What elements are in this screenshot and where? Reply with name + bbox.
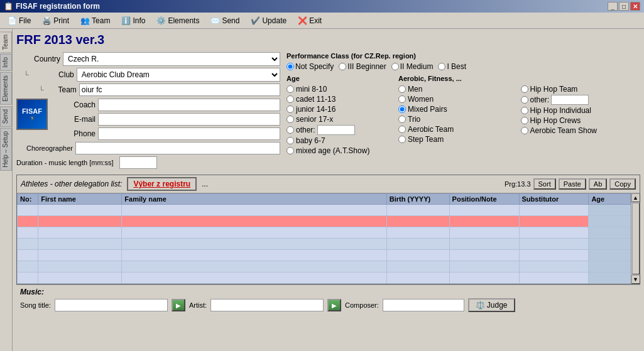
menu-elements[interactable]: ⚙️ Elements — [151, 15, 204, 26]
tab-team[interactable]: Team — [0, 31, 12, 53]
cell-family-0[interactable] — [122, 205, 386, 216]
menu-team[interactable]: 👥 Team — [75, 15, 115, 26]
choreographer-input[interactable] — [75, 142, 280, 154]
pc-not-specify[interactable]: Not Specify — [287, 62, 334, 71]
cell-position-6[interactable] — [449, 273, 519, 284]
menu-update[interactable]: ✔️ Update — [246, 15, 292, 26]
cell-birth-1[interactable] — [386, 216, 449, 227]
duration-input[interactable] — [119, 156, 157, 169]
cell-first-4[interactable] — [38, 250, 122, 261]
cell-sub-1[interactable] — [519, 216, 589, 227]
menu-exit[interactable]: ❌ Exit — [293, 15, 327, 26]
cell-sub-6[interactable] — [519, 273, 589, 284]
cell-no-3[interactable] — [18, 239, 38, 250]
copy-button[interactable]: Copy — [609, 178, 636, 190]
cell-family-2[interactable] — [122, 227, 386, 239]
cell-first-6[interactable] — [38, 273, 122, 284]
pc-not-specify-radio[interactable] — [287, 63, 294, 70]
pc-i-best[interactable]: I Best — [438, 62, 466, 71]
aerobic-team[interactable]: Aerobic Team — [398, 125, 518, 134]
cell-first-3[interactable] — [38, 239, 122, 250]
aerobic-trio[interactable]: Trio — [398, 115, 518, 124]
aerobic-other-radio[interactable] — [521, 96, 528, 104]
cell-position-5[interactable] — [449, 261, 519, 273]
pc-i-best-radio[interactable] — [438, 63, 445, 70]
cell-position-3[interactable] — [449, 239, 519, 250]
cell-first-2[interactable] — [38, 227, 122, 239]
cell-birth-0[interactable] — [386, 205, 449, 216]
country-select[interactable]: Czech R. — [63, 52, 280, 66]
minimize-button[interactable]: _ — [608, 2, 618, 11]
cell-sub-2[interactable] — [519, 227, 589, 239]
menu-info[interactable]: ℹ️ Info — [116, 15, 150, 26]
cell-position-1[interactable] — [449, 216, 519, 227]
cell-position-4[interactable] — [449, 250, 519, 261]
tab-help-setup[interactable]: Help – Setup — [0, 128, 12, 171]
scrollbar[interactable]: ▲ ▼ — [631, 193, 640, 284]
cell-birth-6[interactable] — [386, 273, 449, 284]
close-button[interactable]: ✕ — [630, 2, 640, 11]
cell-first-1[interactable] — [38, 216, 122, 227]
age-cadet[interactable]: cadet 11-13 — [287, 95, 393, 104]
age-junior[interactable]: junior 14-16 — [287, 105, 393, 114]
cell-no-0[interactable] — [18, 205, 38, 216]
cell-birth-5[interactable] — [386, 261, 449, 273]
paste-button[interactable]: Paste — [559, 178, 586, 190]
team-input[interactable] — [79, 84, 280, 96]
ab-button[interactable]: Ab — [589, 178, 607, 190]
cell-no-2[interactable] — [18, 227, 38, 239]
composer-input[interactable] — [383, 299, 464, 311]
cell-family-5[interactable] — [122, 261, 386, 273]
tab-send[interactable]: Send — [0, 106, 12, 127]
judge-button[interactable]: ⚖️ Judge — [468, 298, 515, 312]
cell-no-5[interactable] — [18, 261, 38, 273]
cell-birth-3[interactable] — [386, 239, 449, 250]
cell-sub-0[interactable] — [519, 205, 589, 216]
menu-print[interactable]: 🖨️ Print — [37, 15, 74, 26]
cell-family-3[interactable] — [122, 239, 386, 250]
scroll-down[interactable]: ▼ — [631, 275, 640, 284]
cell-sub-4[interactable] — [519, 250, 589, 261]
menu-send[interactable]: ✉️ Send — [205, 15, 244, 26]
cell-position-2[interactable] — [449, 227, 519, 239]
cell-family-4[interactable] — [122, 250, 386, 261]
age-mixed-age[interactable]: mixed age (A.T.Show) — [287, 146, 393, 155]
cell-birth-4[interactable] — [386, 250, 449, 261]
cell-position-0[interactable] — [449, 205, 519, 216]
aerobic-team-show[interactable]: Aerobic Team Show — [521, 126, 641, 135]
cell-sub-3[interactable] — [519, 239, 589, 250]
age-senior[interactable]: senior 17-x — [287, 115, 393, 124]
email-input[interactable] — [98, 113, 280, 126]
age-mini[interactable]: mini 8-10 — [287, 85, 393, 94]
club-select[interactable]: Aerobic Club Dream — [77, 68, 280, 82]
age-other-radio[interactable] — [287, 126, 294, 134]
aerobic-step-team[interactable]: Step Team — [398, 135, 518, 144]
pc-iii-beginner[interactable]: III Beginner — [339, 62, 386, 71]
aerobic-hip-hop-team[interactable]: Hip Hop Team — [521, 85, 641, 94]
aerobic-other-input[interactable] — [551, 95, 589, 105]
aerobic-mixed-pairs[interactable]: Mixed Pairs — [398, 105, 518, 114]
coach-input[interactable] — [98, 99, 280, 111]
phone-input[interactable] — [98, 127, 280, 140]
cell-family-6[interactable] — [122, 273, 386, 284]
song-play-button[interactable]: ▶ — [172, 299, 185, 311]
pc-ii-medium[interactable]: II Medium — [391, 62, 434, 71]
aerobic-women[interactable]: Women — [398, 95, 518, 104]
scroll-thumb[interactable] — [632, 203, 640, 274]
pc-iii-beginner-radio[interactable] — [339, 63, 346, 70]
cell-birth-2[interactable] — [386, 227, 449, 239]
artist-input[interactable] — [210, 299, 324, 311]
menu-file[interactable]: 📄 File — [3, 15, 36, 26]
song-title-input[interactable] — [55, 299, 168, 311]
scroll-up[interactable]: ▲ — [631, 193, 640, 202]
cell-first-0[interactable] — [38, 205, 122, 216]
aerobic-men[interactable]: Men — [398, 85, 518, 94]
age-baby[interactable]: baby 6-7 — [287, 136, 393, 145]
cell-no-1[interactable] — [18, 216, 38, 227]
cell-sub-5[interactable] — [519, 261, 589, 273]
pc-ii-medium-radio[interactable] — [391, 63, 399, 70]
maximize-button[interactable]: □ — [619, 2, 629, 11]
cell-no-6[interactable] — [18, 273, 38, 284]
aerobic-hip-hop-individual[interactable]: Hip Hop Individual — [521, 106, 641, 115]
tab-elements[interactable]: Elements — [0, 72, 12, 105]
